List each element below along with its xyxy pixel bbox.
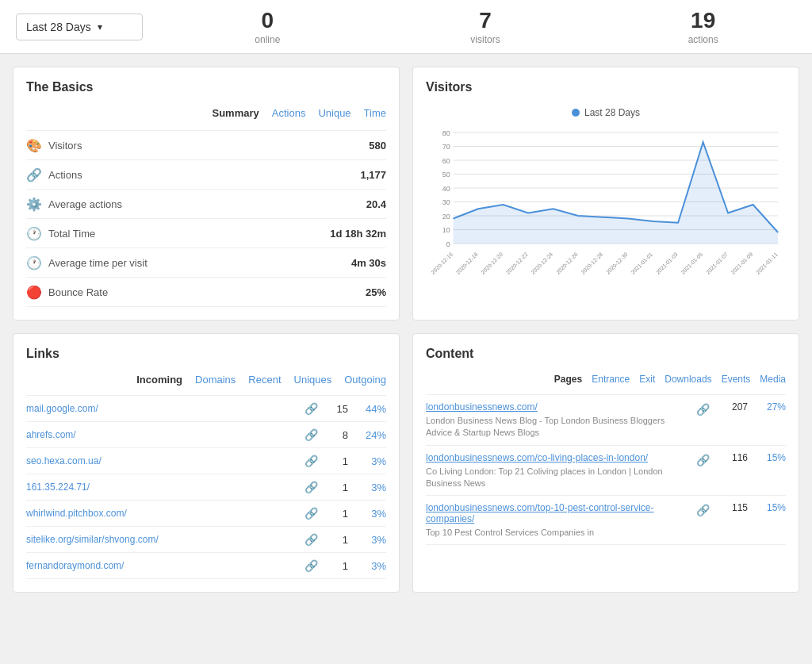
tab-summary[interactable]: Summary	[213, 107, 259, 121]
basics-row-icon: 🔗	[26, 167, 42, 182]
main-content: The Basics Summary Actions Unique Time 🎨…	[0, 54, 812, 605]
links-tab-incoming[interactable]: Incoming	[136, 374, 182, 386]
external-link-icon[interactable]: 🔗	[304, 428, 318, 441]
date-selector[interactable]: Last 28 Days ▾	[16, 13, 143, 40]
content-pct: 15%	[754, 452, 786, 463]
content-tab-media[interactable]: Media	[760, 374, 786, 385]
basics-row: 🎨 Visitors 580	[26, 130, 386, 159]
svg-text:2020-12-16: 2020-12-16	[430, 251, 454, 275]
links-url[interactable]: mail.google.com/	[26, 403, 298, 414]
basics-title: The Basics	[26, 80, 386, 94]
svg-text:2021-01-07: 2021-01-07	[705, 251, 729, 275]
visitors-card: Visitors Last 28 Days 010203040506070802…	[412, 67, 799, 320]
top-bar: Last 28 Days ▾ 0 online 7 visitors 19 ac…	[0, 0, 812, 54]
links-url[interactable]: sitelike.org/similar/shvong.com/	[26, 534, 298, 545]
basics-row-label: Visitors	[48, 140, 362, 152]
stat-visitors: 7 visitors	[393, 8, 579, 45]
svg-text:2020-12-20: 2020-12-20	[480, 251, 504, 275]
content-row: londonbusinessnews.com/top-10-pest-contr…	[426, 495, 786, 545]
stat-visitors-number: 7	[393, 8, 579, 33]
svg-text:2020-12-24: 2020-12-24	[530, 251, 553, 275]
svg-text:10: 10	[442, 226, 450, 234]
links-tab-domains[interactable]: Domains	[195, 374, 236, 386]
svg-text:30: 30	[442, 198, 450, 206]
svg-text:40: 40	[442, 185, 450, 193]
content-card: Content Pages Entrance Exit Downloads Ev…	[412, 333, 799, 593]
basics-row: 🔗 Actions 1,177	[26, 159, 386, 189]
content-info: londonbusinessnews.com/co-living-places-…	[426, 452, 690, 489]
external-link-icon[interactable]: 🔗	[304, 559, 318, 572]
stat-online-number: 0	[174, 8, 361, 33]
content-tab-downloads[interactable]: Downloads	[665, 374, 711, 385]
external-link-icon[interactable]: 🔗	[304, 402, 318, 415]
chart-legend: Last 28 Days	[426, 107, 786, 118]
content-tab-pages[interactable]: Pages	[554, 374, 582, 385]
links-row: whirlwind.pitchbox.com/ 🔗 1 3%	[26, 500, 386, 526]
stat-actions: 19 actions	[610, 8, 796, 45]
tab-time[interactable]: Time	[364, 107, 386, 121]
links-row: seo.hexa.com.ua/ 🔗 1 3%	[26, 447, 386, 474]
links-url[interactable]: seo.hexa.com.ua/	[26, 455, 298, 466]
svg-text:50: 50	[442, 171, 450, 178]
content-url[interactable]: londonbusinessnews.com/top-10-pest-contr…	[426, 502, 690, 524]
basics-row-icon: 🕐	[26, 255, 42, 271]
links-url[interactable]: ahrefs.com/	[26, 429, 298, 440]
content-tab-events[interactable]: Events	[722, 374, 751, 385]
svg-text:2021-01-01: 2021-01-01	[630, 251, 653, 275]
legend-dot	[572, 109, 580, 117]
svg-text:2020-12-28: 2020-12-28	[580, 251, 603, 275]
links-table: mail.google.com/ 🔗 15 44% ahrefs.com/ 🔗 …	[26, 395, 386, 579]
links-title: Links	[26, 347, 386, 361]
content-tab-exit[interactable]: Exit	[639, 374, 655, 385]
content-link-icon[interactable]: 🔗	[696, 403, 710, 416]
basics-row: 🕐 Total Time 1d 18h 32m	[26, 218, 386, 248]
svg-text:2021-01-09: 2021-01-09	[730, 251, 753, 275]
links-count: 15	[324, 403, 348, 415]
content-link-icon[interactable]: 🔗	[696, 504, 710, 516]
basics-row-label: Bounce Rate	[48, 286, 359, 298]
links-tab-uniques[interactable]: Uniques	[294, 374, 332, 386]
links-url[interactable]: 161.35.224.71/	[26, 482, 298, 493]
content-pct: 15%	[754, 502, 786, 513]
tab-unique[interactable]: Unique	[318, 107, 350, 121]
svg-text:80: 80	[442, 129, 450, 137]
svg-text:2021-01-11: 2021-01-11	[755, 251, 779, 275]
basics-table: 🎨 Visitors 580 🔗 Actions 1,177 ⚙️ Averag…	[26, 130, 386, 307]
links-url[interactable]: whirlwind.pitchbox.com/	[26, 508, 298, 519]
external-link-icon[interactable]: 🔗	[304, 481, 318, 493]
content-link-icon[interactable]: 🔗	[696, 454, 710, 466]
content-url[interactable]: londonbusinessnews.com/	[426, 401, 690, 413]
basics-card: The Basics Summary Actions Unique Time 🎨…	[13, 67, 400, 320]
external-link-icon[interactable]: 🔗	[304, 533, 318, 546]
basics-row-value: 25%	[366, 286, 386, 298]
basics-tabs: Summary Actions Unique Time	[26, 107, 386, 121]
links-pct: 24%	[354, 429, 386, 441]
stat-actions-number: 19	[610, 8, 796, 33]
stat-visitors-label: visitors	[470, 34, 500, 45]
tab-actions[interactable]: Actions	[272, 107, 306, 121]
links-url[interactable]: fernandoraymond.com/	[26, 560, 298, 571]
links-count: 1	[324, 534, 348, 546]
basics-row: ⚙️ Average actions 20.4	[26, 189, 386, 218]
svg-text:70: 70	[442, 143, 450, 151]
content-row: londonbusinessnews.com/ London Business …	[426, 394, 786, 445]
external-link-icon[interactable]: 🔗	[304, 507, 318, 520]
content-count: 115	[716, 502, 748, 513]
svg-text:2020-12-26: 2020-12-26	[555, 251, 579, 275]
links-row: ahrefs.com/ 🔗 8 24%	[26, 421, 386, 447]
visitors-chart: 010203040506070802020-12-162020-12-18202…	[426, 125, 786, 299]
content-url[interactable]: londonbusinessnews.com/co-living-places-…	[426, 452, 690, 463]
basics-row-icon: ⚙️	[26, 196, 42, 212]
svg-text:2020-12-22: 2020-12-22	[505, 251, 529, 275]
svg-text:2020-12-18: 2020-12-18	[455, 251, 479, 275]
links-pct: 3%	[354, 455, 386, 467]
external-link-icon[interactable]: 🔗	[304, 455, 318, 467]
basics-row: 🔴 Bounce Rate 25%	[26, 277, 386, 307]
stat-online: 0 online	[174, 8, 361, 45]
content-tab-entrance[interactable]: Entrance	[592, 374, 630, 385]
links-pct: 3%	[354, 560, 386, 572]
links-tab-recent[interactable]: Recent	[248, 374, 281, 386]
legend-label: Last 28 Days	[584, 107, 640, 118]
content-count: 116	[716, 452, 748, 463]
links-tab-outgoing[interactable]: Outgoing	[344, 374, 386, 386]
